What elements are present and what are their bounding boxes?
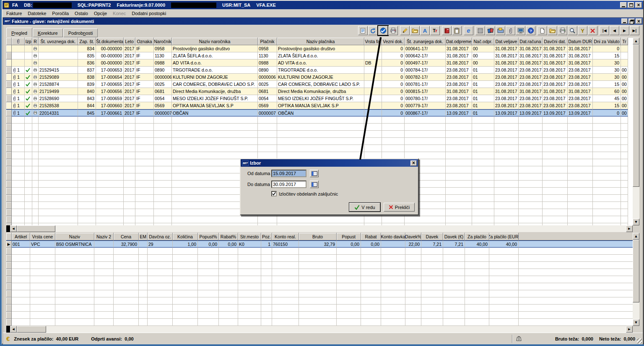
grid-cell[interactable]: 1 [12, 102, 25, 109]
grid-cell[interactable] [6, 81, 12, 88]
to-date-input[interactable] [271, 181, 306, 188]
grid-cell[interactable]: 000642-17/ [405, 52, 446, 59]
grid-cell[interactable] [364, 88, 382, 95]
grid-cell[interactable]: OPTIKA MANJA SEVLJAK S.P [172, 102, 258, 109]
exclude-processed-checkbox[interactable] [271, 191, 277, 196]
grid-cell[interactable]: 845 [78, 109, 96, 116]
ok-button[interactable]: V redu [349, 203, 380, 212]
col-header-vrsta-fa[interactable]: Vrsta fa. [364, 38, 382, 45]
refresh-button[interactable] [368, 26, 378, 35]
grid-cell[interactable]: 0890 [258, 67, 277, 74]
grid-cell[interactable] [621, 52, 628, 59]
grid-cell[interactable]: 21529415 [39, 67, 78, 74]
grid-cell[interactable]: 00 [621, 95, 628, 102]
grid-cell[interactable]: 00-000000 [96, 45, 124, 52]
grid-cell[interactable]: 45 [593, 95, 621, 102]
grid-cell[interactable]: 40,00 [465, 240, 489, 248]
grid-cell[interactable]: 0000007 [154, 109, 172, 116]
col-header-datum-dur[interactable]: Datum DUR [568, 38, 593, 45]
grid-cell[interactable] [25, 95, 32, 102]
grid-cell[interactable]: 23.08.2017 [568, 81, 593, 88]
invoice-row-836[interactable]: 83600-0000002017IF0988AD VITA d.o.o.0988… [6, 59, 633, 67]
grid-cell[interactable] [6, 109, 12, 116]
grid-cell[interactable] [25, 88, 32, 95]
grid-cell[interactable]: 0988 [258, 59, 277, 67]
grid-cell[interactable] [381, 240, 405, 248]
col-header-št-dokumenta[interactable]: Št.dokumenta [96, 38, 124, 45]
scroll-track[interactable] [17, 225, 626, 232]
grid-cell[interactable] [39, 45, 78, 52]
col-header-davek[interactable]: Davek [421, 233, 443, 240]
col-header-št-zunanjega-dok[interactable]: Št. zunanjega dok. [405, 38, 446, 45]
grid-cell[interactable] [32, 81, 39, 88]
grid-cell[interactable]: 23.08.2017 [446, 67, 472, 74]
grid-cell[interactable]: ZLATA ŠEFLA d.o.o. [277, 52, 364, 59]
grid-cell[interactable]: 23.08.2017 [446, 95, 472, 102]
col-header-dat-računa[interactable]: Dat.računa [519, 38, 543, 45]
grid-cell[interactable]: 23.08.2017 [568, 102, 593, 109]
grid-cell[interactable] [139, 240, 148, 248]
grid-cell[interactable]: 000867-17/ [405, 109, 446, 116]
grid-cell[interactable]: OBČAN [172, 109, 258, 116]
grid-cell[interactable]: 0569 [258, 102, 277, 109]
grid-cell[interactable]: 40,00 [489, 240, 519, 248]
invoice-row-838[interactable]: 12152908983817-0006542017IF0000006KULTUR… [6, 74, 633, 81]
grid-cell[interactable]: 30 [593, 74, 621, 81]
grid-cell[interactable] [364, 52, 382, 59]
grid-cell[interactable]: 844 [78, 102, 96, 109]
grid-cell[interactable]: 0958 [154, 45, 172, 52]
menu-item-poročila[interactable]: Poročila [49, 10, 72, 17]
grid-cell[interactable]: 000779-17/ [405, 102, 446, 109]
grid-cell[interactable]: 31.08.2017 [494, 45, 519, 52]
grid-cell[interactable]: 23.08.2017 [543, 74, 568, 81]
grid-cell[interactable]: 31.08.2017 [494, 59, 519, 67]
grid-cell[interactable]: 1 [12, 88, 25, 95]
scroll-track[interactable] [17, 326, 626, 333]
invoice-row-844[interactable]: 12152853884417-0006602017IF0569OPTIKA MA… [6, 102, 633, 109]
grid-cell[interactable]: OPTIKA MANJA SEVLJAK S.P [277, 102, 364, 109]
col-header-em[interactable]: EM [139, 233, 148, 240]
grid-cell[interactable]: 01 [472, 67, 494, 74]
grid-cell[interactable]: 13.09.2017 [543, 109, 568, 116]
grid-cell[interactable] [39, 59, 78, 67]
grid-cell[interactable]: 834 [78, 45, 96, 52]
grid-cell[interactable]: IF [135, 74, 154, 81]
grid-cell[interactable]: 13.09.2017 [446, 109, 472, 116]
grid-cell[interactable]: 0 [382, 95, 405, 102]
grid-cell[interactable] [6, 102, 12, 109]
grid-cell[interactable] [6, 52, 12, 59]
col-header-za-plačilo-eur[interactable]: Za plačilo (EUR) [489, 233, 519, 240]
grid-cell[interactable]: 0 [593, 109, 621, 116]
internet-button[interactable]: e [464, 26, 473, 35]
grid-cell[interactable]: 839 [78, 81, 96, 88]
scroll-track[interactable] [633, 44, 639, 219]
grid-cell[interactable]: IF [135, 81, 154, 88]
help-button[interactable]: ? [526, 26, 535, 35]
grid-cell[interactable] [12, 45, 25, 52]
grid-cell[interactable]: AD VITA d.o.o. [277, 59, 364, 67]
grid-cell[interactable] [12, 59, 25, 67]
edit-button[interactable] [400, 26, 410, 35]
menu-item-konec[interactable]: Konec [110, 10, 129, 17]
col-header-naziv[interactable]: Naziv [55, 233, 94, 240]
scroll-left-button[interactable]: ◀ [10, 326, 17, 333]
grid-cell[interactable]: 1,00 [173, 240, 198, 248]
item-row-001[interactable]: ▶001VPCB50 OSMRTNICA32,7900291,000,000,0… [6, 240, 633, 248]
col-header-cena[interactable]: Cena [114, 233, 139, 240]
grid-cell[interactable]: 31.08.2017 [519, 52, 543, 59]
grid-cell[interactable] [25, 45, 32, 52]
grid-cell[interactable]: 01 [472, 88, 494, 95]
grid-cell[interactable]: 23.08.2017 [568, 67, 593, 74]
scroll-up-button[interactable]: ▲ [633, 38, 639, 44]
col-header-za-plačilo[interactable]: Za plačilo [465, 233, 489, 240]
grid-cell[interactable]: IF [135, 109, 154, 116]
grid-cell[interactable] [39, 52, 78, 59]
grid-cell[interactable]: 0958 [258, 45, 277, 52]
open-folder-button[interactable] [410, 26, 420, 35]
grid-cell[interactable]: 000815-17/ [405, 88, 446, 95]
grid-cell[interactable]: 0,00 [198, 240, 219, 248]
grid-cell[interactable]: IF [135, 67, 154, 74]
grid-cell[interactable]: 00 [621, 67, 628, 74]
col-header-naziv-plačnika[interactable]: Naziv plačnika [277, 38, 364, 45]
grid-cell[interactable]: 23.08.2017 [568, 95, 593, 102]
